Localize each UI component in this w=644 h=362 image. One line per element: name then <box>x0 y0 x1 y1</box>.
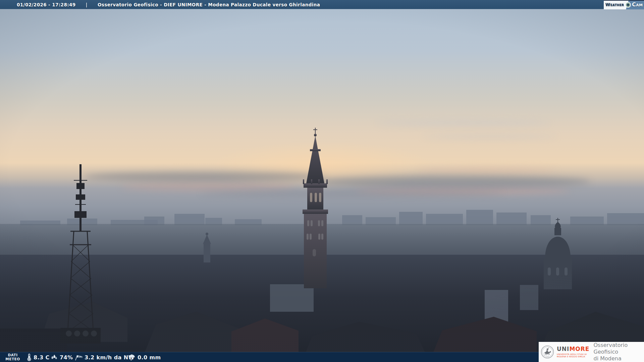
vignette-overlay <box>0 0 644 362</box>
rain-value: 0.0 mm <box>138 354 161 361</box>
webcam-frame: 01/02/2026 - 17:28:49 | Osservatorio Geo… <box>0 0 644 362</box>
weathercam-logo: Weather Cam <box>604 0 644 9</box>
windsock-icon <box>74 354 83 361</box>
observatory-line1: Osservatorio Geofisico <box>593 342 644 355</box>
weathercam-cam-text: Cam <box>632 1 643 8</box>
unimore-brand-box: 1175 UNIMORE UNIVERSITÀ DEGLI STUDI DI M… <box>539 342 644 362</box>
unimore-seal-icon: 1175 <box>541 344 554 360</box>
umbrella-icon <box>128 354 136 361</box>
camera-title: Osservatorio Geofisico - DIEF UNIMORE - … <box>98 2 320 7</box>
unimore-wordmark: UNIMORE UNIVERSITÀ DEGLI STUDI DI MODENA… <box>557 346 589 358</box>
svg-text:1175: 1175 <box>546 356 548 357</box>
dati-meteo-label: DATI METEO <box>4 353 21 361</box>
weathercam-weather-text: Weather <box>605 2 624 7</box>
header-bar: 01/02/2026 - 17:28:49 | Osservatorio Geo… <box>0 0 644 9</box>
humidity-drops-icon <box>50 354 58 361</box>
temperature-value: 8.3 C <box>34 354 50 361</box>
wind-value: 3.2 km/h da NW <box>85 354 135 361</box>
observatory-name: Osservatorio Geofisico di Modena <box>593 342 644 362</box>
datetime-text: 01/02/2026 - 17:28:49 <box>17 2 76 7</box>
weathercam-dot-icon <box>625 2 631 8</box>
unimore-more-text: MORE <box>569 346 589 352</box>
humidity-value: 74% <box>60 354 73 361</box>
thermometer-icon <box>27 354 32 361</box>
temperature-readout: 8.3 C <box>27 352 50 362</box>
separator: | <box>86 2 88 7</box>
wind-readout: 3.2 km/h da NW <box>74 352 135 362</box>
unimore-uni-text: UNI <box>557 346 569 352</box>
observatory-line2: di Modena <box>593 355 644 362</box>
university-subtitle-line2: MODENA E REGGIO EMILIA <box>557 355 589 358</box>
university-subtitle-line1: UNIVERSITÀ DEGLI STUDI DI <box>557 353 589 355</box>
humidity-readout: 74% <box>50 352 73 362</box>
rain-readout: 0.0 mm <box>128 352 161 362</box>
